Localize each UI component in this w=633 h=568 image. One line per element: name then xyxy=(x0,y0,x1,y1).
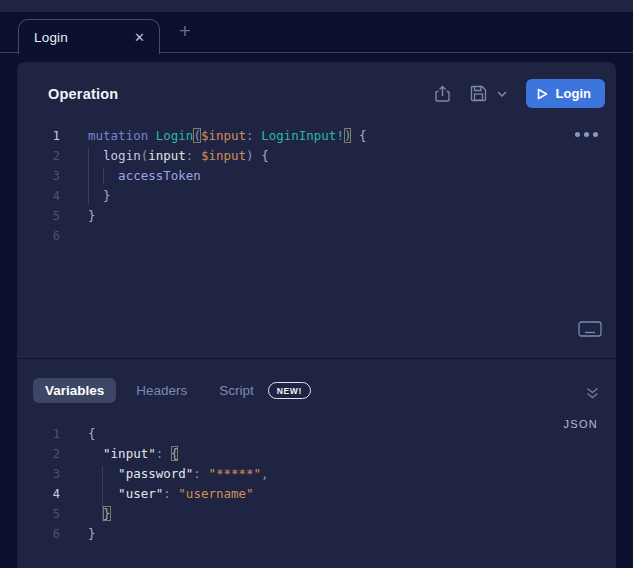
indent-guide xyxy=(88,148,89,204)
panel-title: Operation xyxy=(48,86,118,102)
code-line[interactable]: 2 "input": { xyxy=(17,444,616,464)
panel-divider xyxy=(17,358,616,359)
run-login-button[interactable]: Login xyxy=(526,79,605,108)
line-number: 2 xyxy=(17,444,60,464)
code-text: "password": "*****", xyxy=(88,464,269,484)
code-line[interactable]: 3 accessToken xyxy=(17,166,616,186)
line-number: 5 xyxy=(17,504,60,524)
operation-editor[interactable]: 1mutation Login($input: LoginInput!) {2 … xyxy=(17,126,616,246)
code-text: "input": { xyxy=(88,444,178,464)
keyboard-shortcuts-icon[interactable] xyxy=(576,319,604,339)
line-number: 1 xyxy=(17,126,60,146)
bottom-tabs: Variables Headers Script NEW! xyxy=(33,378,311,403)
code-line[interactable]: 4 } xyxy=(17,186,616,206)
line-number: 5 xyxy=(17,206,60,226)
code-text: } xyxy=(88,206,96,226)
code-text: } xyxy=(88,186,111,206)
line-number: 1 xyxy=(17,424,60,444)
share-icon[interactable] xyxy=(430,81,456,107)
code-text: login(input: $input) { xyxy=(88,146,269,166)
code-text: } xyxy=(88,504,111,524)
save-group xyxy=(466,81,510,107)
code-line[interactable]: 1{ xyxy=(17,424,616,444)
code-line[interactable]: 5} xyxy=(17,206,616,226)
play-icon xyxy=(537,88,548,100)
tab-login-label: Login xyxy=(34,30,132,45)
code-line[interactable]: 5 } xyxy=(17,504,616,524)
header-actions: Login xyxy=(430,79,605,108)
close-icon[interactable]: ✕ xyxy=(132,29,147,46)
code-line[interactable]: 1mutation Login($input: LoginInput!) { xyxy=(17,126,616,146)
code-line[interactable]: 2 login(input: $input) { xyxy=(17,146,616,166)
indent-guide xyxy=(103,168,104,184)
tab-headers[interactable]: Headers xyxy=(124,378,199,403)
line-number: 3 xyxy=(17,464,60,484)
indent-guide xyxy=(102,466,103,522)
save-options-chevron-down-icon[interactable] xyxy=(494,81,510,107)
code-text: { xyxy=(88,424,96,444)
collapse-double-chevron-down-icon[interactable] xyxy=(583,384,602,402)
tab-script[interactable]: Script xyxy=(207,378,258,403)
code-line[interactable]: 4 "user": "username" xyxy=(17,484,616,504)
variables-editor[interactable]: 1{2 "input": {3 "password": "*****",4 "u… xyxy=(17,424,616,544)
code-text: "user": "username" xyxy=(88,484,254,504)
code-text: } xyxy=(88,524,96,544)
line-number: 4 xyxy=(17,484,60,504)
new-tab-button[interactable]: + xyxy=(172,18,198,44)
operation-tab-bar: Login ✕ + xyxy=(0,12,633,53)
code-line[interactable]: 6 xyxy=(17,226,616,246)
run-button-label: Login xyxy=(556,86,591,101)
operation-panel: Operation xyxy=(17,62,616,568)
tab-login[interactable]: Login ✕ xyxy=(18,19,160,54)
window-top-strip xyxy=(0,0,633,12)
code-line[interactable]: 6} xyxy=(17,524,616,544)
tab-variables[interactable]: Variables xyxy=(33,378,116,403)
plus-icon: + xyxy=(179,19,191,43)
line-number: 6 xyxy=(17,226,60,246)
save-icon[interactable] xyxy=(466,81,492,107)
code-line[interactable]: 3 "password": "*****", xyxy=(17,464,616,484)
line-number: 2 xyxy=(17,146,60,166)
line-number: 4 xyxy=(17,186,60,206)
line-number: 6 xyxy=(17,524,60,544)
script-new-badge: NEW! xyxy=(268,382,311,399)
line-number: 3 xyxy=(17,166,60,186)
code-text: mutation Login($input: LoginInput!) { xyxy=(88,126,367,146)
code-text: accessToken xyxy=(88,166,201,186)
